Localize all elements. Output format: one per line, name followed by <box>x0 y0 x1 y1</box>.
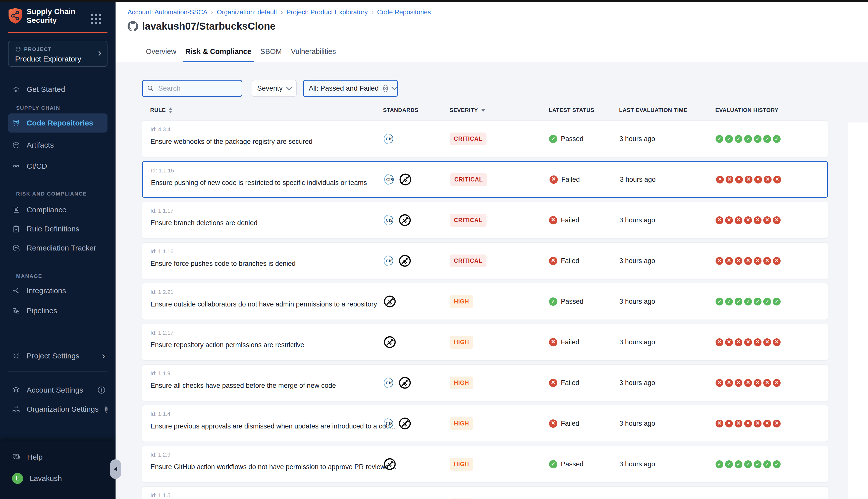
app-switcher-icon[interactable] <box>91 14 101 24</box>
sidebar-item-code-repositories[interactable]: Code Repositories <box>8 113 108 133</box>
status-filter-dropdown[interactable]: All: Passed and Failed <box>303 80 398 97</box>
last-evaluation-time: 3 hours ago <box>619 257 715 265</box>
evaluation-passed-icon <box>763 135 771 143</box>
table-row-selected[interactable]: Id: 1.1.15 Ensure pushing of new code is… <box>142 161 828 198</box>
project-name: Product Exploratory <box>15 55 81 63</box>
evaluation-failed-icon <box>715 420 723 427</box>
evaluation-failed-icon <box>773 420 781 427</box>
evaluation-failed-icon <box>725 216 733 224</box>
evaluation-passed-icon <box>715 460 723 468</box>
evaluation-passed-icon <box>715 135 723 143</box>
sidebar-item-get-started[interactable]: Get Started <box>8 84 108 95</box>
breadcrumb-organization[interactable]: Organization: default <box>217 8 277 16</box>
status-label: Passed <box>561 460 583 468</box>
tab-sbom[interactable]: SBOM <box>258 47 285 62</box>
table-row[interactable]: Id: 1.1.4 Ensure previous approvals are … <box>142 405 828 442</box>
app-logo[interactable]: Supply Chain Security <box>8 7 75 25</box>
breadcrumb-separator: › <box>211 8 213 16</box>
sidebar-divider <box>8 372 108 372</box>
sidebar-item-cicd[interactable]: CI/CD <box>8 161 108 172</box>
product-name: Supply Chain Security <box>27 7 75 25</box>
table-row[interactable]: Id: 1.2.17 Ensure repository action perm… <box>142 324 828 361</box>
user-menu[interactable]: L Lavakush <box>12 473 62 484</box>
breadcrumb-account[interactable]: Account: Automation-SSCA <box>128 8 207 16</box>
last-evaluation-time: 3 hours ago <box>619 216 715 224</box>
sidebar-item-organization-settings[interactable]: Organization Settings <box>8 404 108 415</box>
sidebar-item-label: Pipelines <box>27 306 57 315</box>
help-chat-icon <box>12 453 21 461</box>
severity-badge: CRITICAL <box>450 255 486 267</box>
sidebar-item-label: Integrations <box>27 287 66 295</box>
search-box[interactable] <box>142 80 242 97</box>
evaluation-passed-icon <box>744 460 752 468</box>
evaluation-failed-icon <box>754 216 761 224</box>
tab-risk-and-compliance[interactable]: Risk & Compliance <box>183 47 254 62</box>
evaluation-history <box>715 257 828 265</box>
table-row[interactable]: Id: 1.1.9 Ensure all checks have passed … <box>142 364 828 401</box>
evaluation-failed-icon <box>735 176 743 183</box>
info-icon[interactable] <box>105 406 108 413</box>
sidebar-section-supply-chain: SUPPLY CHAIN <box>16 105 60 111</box>
sidebar-item-artifacts[interactable]: Artifacts <box>8 139 108 150</box>
tab-vulnerabilities[interactable]: Vulnerabilities <box>288 47 339 62</box>
evaluation-failed-icon <box>744 379 752 387</box>
last-evaluation-time: 3 hours ago <box>619 135 715 143</box>
sidebar-item-account-settings[interactable]: Account Settings <box>8 385 108 395</box>
table-row[interactable]: Id: 1.1.5 HIGH Failed 3 hours ago <box>142 486 828 499</box>
sidebar-item-label: Organization Settings <box>27 405 99 413</box>
evaluation-passed-icon <box>744 298 752 305</box>
sort-desc-icon[interactable] <box>481 109 485 112</box>
table-row[interactable]: Id: 1.2.9 Ensure GitHub action workflows… <box>142 446 828 483</box>
table-row[interactable]: Id: 1.2.21 Ensure outside collaborators … <box>142 283 828 320</box>
chevron-right-icon: › <box>102 351 105 361</box>
sort-icon[interactable] <box>169 107 172 113</box>
status-failed-icon <box>549 338 557 346</box>
severity-badge: HIGH <box>450 336 473 349</box>
column-severity: SEVERITY <box>449 107 549 113</box>
evaluation-failed-icon <box>754 176 762 183</box>
evaluation-failed-icon <box>754 338 761 346</box>
last-evaluation-time: 3 hours ago <box>619 298 715 305</box>
pipelines-icon <box>12 307 20 315</box>
breadcrumb-code-repositories[interactable]: Code Repositories <box>377 8 431 16</box>
help-button[interactable]: Help <box>12 453 43 461</box>
last-evaluation-time: 3 hours ago <box>619 338 715 346</box>
evaluation-failed-icon <box>725 338 733 346</box>
standards-cell <box>384 173 450 186</box>
evaluation-passed-icon <box>754 135 761 143</box>
cis-standard-icon <box>383 377 395 389</box>
status-passed-icon <box>549 460 557 468</box>
table-row[interactable]: Id: 4.3.4 Ensure webhooks of the package… <box>142 121 828 157</box>
column-label: EVALUATION HISTORY <box>715 107 778 113</box>
breadcrumb-project[interactable]: Project: Product Exploratory <box>287 8 368 16</box>
evaluation-history <box>715 420 828 427</box>
project-selector[interactable]: PROJECT Product Exploratory › <box>8 41 108 67</box>
sidebar-item-rule-definitions[interactable]: Rule Definitions <box>8 223 108 234</box>
sidebar-collapse-handle[interactable] <box>110 459 121 479</box>
rule-table: Id: 4.3.4 Ensure webhooks of the package… <box>142 121 828 499</box>
sidebar-item-remediation-tracker[interactable]: Remediation Tracker <box>8 242 108 254</box>
sidebar-item-pipelines[interactable]: Pipelines <box>8 305 108 316</box>
evaluation-failed-icon <box>735 338 743 346</box>
layers-icon <box>12 386 20 394</box>
sidebar-item-integrations[interactable]: Integrations <box>8 285 108 296</box>
severity-badge: CRITICAL <box>450 214 486 227</box>
sidebar-item-project-settings[interactable]: Project Settings › <box>8 350 108 362</box>
sidebar-item-label: CI/CD <box>27 162 47 170</box>
evaluation-failed-icon <box>715 338 723 346</box>
table-row[interactable]: Id: 1.1.17 Ensure branch deletions are d… <box>142 202 828 239</box>
clear-filter-icon[interactable] <box>383 85 388 93</box>
severity-filter-dropdown[interactable]: Severity <box>252 80 297 97</box>
owasp-standard-icon <box>398 214 411 227</box>
project-cube-icon <box>15 46 21 52</box>
tab-overview[interactable]: Overview <box>143 47 179 62</box>
home-icon <box>12 85 20 93</box>
infinity-icon <box>12 162 20 170</box>
evaluation-passed-icon <box>735 460 743 468</box>
owasp-standard-icon <box>399 173 412 186</box>
sidebar-item-compliance[interactable]: Compliance <box>8 204 108 215</box>
info-icon[interactable] <box>98 387 105 393</box>
evaluation-passed-icon <box>763 298 771 305</box>
table-row[interactable]: Id: 1.1.16 Ensure force pushes code to b… <box>142 242 828 279</box>
search-input[interactable] <box>158 84 234 93</box>
